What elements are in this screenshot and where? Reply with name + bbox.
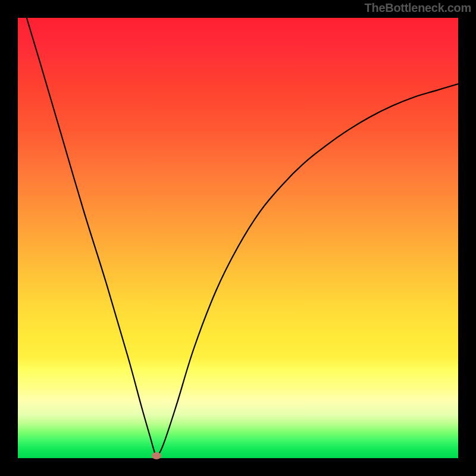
chart-marker-dot <box>152 452 161 459</box>
watermark-text: TheBottleneck.com <box>365 1 471 15</box>
chart-curve <box>18 18 458 458</box>
chart-area <box>18 18 458 458</box>
